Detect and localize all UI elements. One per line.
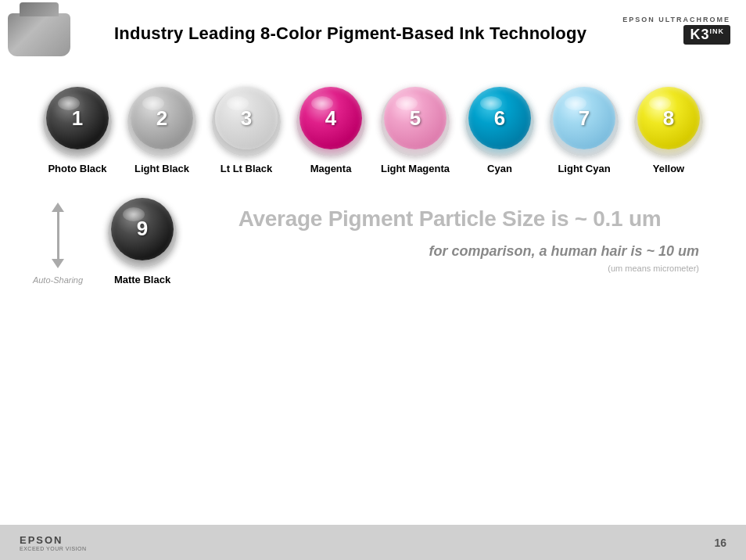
ink-ring-6: 6 (465, 88, 534, 156)
ball-highlight-6 (480, 96, 502, 110)
footer-tagline: EXCEED YOUR VISION (20, 546, 87, 551)
ink-ring-1: 1 (43, 88, 112, 156)
matte-black-ring: 9 (108, 199, 177, 267)
bottom-section: Auto-Sharing 9 Matte Black Average Pigme… (0, 183, 746, 286)
ink-ball-1: 1 (46, 87, 109, 149)
printer-shape (8, 13, 70, 56)
ink-item-3: 3 Lt Lt Black (204, 88, 289, 175)
ink-ring-5: 5 (381, 88, 450, 156)
ink-sup: INK (710, 27, 725, 35)
ink-ring-2: 2 (127, 88, 196, 156)
ink-label-5: Light Magenta (381, 163, 450, 175)
ink-item-7: 7 Light Cyan (542, 88, 626, 175)
particle-size-text: Average Pigment Particle Size is ~ 0.1 u… (239, 206, 662, 232)
ink-item-6: 6 Cyan (457, 88, 542, 175)
text-content: Average Pigment Particle Size is ~ 0.1 u… (185, 199, 730, 273)
ball-highlight-8 (649, 96, 671, 110)
ink-item-8: 8 Yellow (626, 88, 711, 175)
k3-badge: K3INK (683, 25, 730, 45)
ink-ball-8: 8 (637, 87, 700, 149)
arrow-shaft (57, 212, 59, 259)
ink-ball-7: 7 (553, 87, 615, 149)
matte-black-column: 9 Matte Black (100, 199, 185, 286)
ink-ring-8: 8 (634, 88, 703, 156)
ink-label-8: Yellow (653, 163, 684, 175)
ink-item-5: 5 Light Magenta (373, 88, 457, 175)
ink-item-1: 1 Photo Black (35, 88, 120, 175)
page-number: 16 (714, 537, 726, 549)
k3-text: K3 (690, 27, 709, 42)
arrow-down-icon (52, 259, 64, 268)
ink-item-2: 2 Light Black (120, 88, 204, 175)
epson-logo: EPSON ULTRACHROME K3INK (622, 9, 730, 45)
page-title: Industry Leading 8-Color Pigment-Based I… (78, 9, 622, 44)
ink-label-3: Lt Lt Black (221, 163, 272, 175)
um-note: (um means micrometer) (200, 264, 699, 273)
ball-highlight-5 (396, 96, 418, 110)
footer-brand: EPSON (20, 534, 87, 546)
ink-label-7: Light Cyan (558, 163, 610, 175)
ball-highlight-1 (58, 96, 80, 110)
auto-sharing-label: Auto-Sharing (33, 275, 83, 285)
ink-ring-3: 3 (212, 88, 281, 156)
ink-ball-6: 6 (468, 87, 531, 149)
ink-ball-4: 4 (299, 87, 362, 149)
ink-label-1: Photo Black (48, 163, 106, 175)
brand-name: EPSON ULTRACHROME (622, 16, 730, 23)
printer-image (8, 9, 78, 64)
ink-ring-4: 4 (296, 88, 365, 156)
matte-black-ball: 9 (111, 198, 174, 260)
comparison-text: for comparison, a human hair is ~ 10 um (200, 243, 699, 260)
ink-label-6: Cyan (487, 163, 512, 175)
ball-highlight-2 (142, 96, 164, 110)
ink-balls-row: 1 Photo Black 2 Light Black 3 Lt Lt Blac… (0, 64, 746, 175)
header: Industry Leading 8-Color Pigment-Based I… (0, 0, 746, 64)
ball-highlight (123, 207, 145, 221)
double-arrow (52, 203, 64, 268)
ink-label-4: Magenta (310, 163, 352, 175)
ball-highlight-7 (565, 96, 586, 110)
auto-sharing-column: Auto-Sharing (16, 199, 100, 285)
footer: EPSON EXCEED YOUR VISION 16 (0, 525, 746, 560)
ball-highlight-4 (311, 96, 333, 110)
arrow-up-icon (52, 203, 64, 212)
ink-ring-7: 7 (550, 88, 619, 156)
footer-logo: EPSON EXCEED YOUR VISION (20, 534, 87, 551)
ball-highlight-3 (227, 96, 249, 110)
matte-black-label: Matte Black (114, 274, 170, 286)
printer-top (20, 2, 59, 16)
ink-ball-2: 2 (131, 87, 193, 149)
ink-label-2: Light Black (134, 163, 189, 175)
ink-ball-5: 5 (384, 87, 447, 149)
ink-item-4: 4 Magenta (289, 88, 373, 175)
ink-ball-3: 3 (215, 87, 278, 149)
